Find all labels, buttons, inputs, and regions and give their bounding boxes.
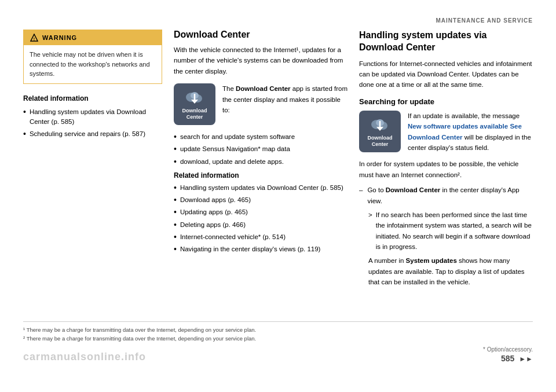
list-item: Internet-connected vehicle* (p. 514) <box>174 232 348 242</box>
middle-app-desc: The Download Center app is started from … <box>222 83 348 115</box>
right-search-text: If an update is available, the message N… <box>408 111 533 153</box>
middle-related-list: Handling system updates via Download Cen… <box>174 183 348 255</box>
footer: ¹ There may be a charge for transmitting… <box>23 321 533 363</box>
main-content: ! WARNING The vehicle may not be driven … <box>23 30 533 316</box>
page-bottom: carmanualsonline.info * Option/accessory… <box>23 346 533 363</box>
dash-symbol: – <box>359 185 363 195</box>
app-icon-label-right: Download Center <box>368 135 393 148</box>
warning-body: The vehicle may not be driven when it is… <box>24 45 162 83</box>
app-icon-label-mid: Download Center <box>182 108 207 120</box>
right-bottom-note: In order for system updates to be possib… <box>359 159 533 180</box>
list-item: update Sensus Navigation* map data <box>174 144 348 154</box>
search-subtitle: Searching for update <box>359 97 533 106</box>
right-arrow-item: > If no search has been performed since … <box>359 210 533 252</box>
right-intro: Functions for Internet-connected vehicle… <box>359 58 533 90</box>
warning-triangle-icon: ! <box>30 34 38 42</box>
footnotes: ¹ There may be a charge for transmitting… <box>23 325 533 343</box>
cloud-download-icon-right <box>369 115 391 133</box>
right-section-title: Handling system updates via Download Cen… <box>359 30 533 54</box>
page-number-area: * Option/accessory. 585 ►► <box>483 346 533 363</box>
right-search-block: Download Center If an update is availabl… <box>359 111 533 153</box>
list-item: Deleting apps (p. 466) <box>174 220 348 230</box>
warning-header: ! WARNING <box>24 30 162 45</box>
page-header: MAINTENANCE AND SERVICE <box>23 17 533 24</box>
footnote-2: ² There may be a charge for transmitting… <box>23 334 533 343</box>
list-item: Download apps (p. 465) <box>174 195 348 205</box>
warning-box: ! WARNING The vehicle may not be driven … <box>23 30 162 84</box>
list-item: Updating apps (p. 465) <box>174 207 348 217</box>
middle-intro: With the vehicle connected to the Intern… <box>174 45 348 76</box>
right-column: Handling system updates via Download Cen… <box>359 30 533 316</box>
nav-arrow-icon: ►► <box>519 355 533 363</box>
list-item: download, update and delete apps. <box>174 157 348 167</box>
page: MAINTENANCE AND SERVICE ! WARNING The ve… <box>0 0 556 392</box>
list-item-text: Scheduling service and repairs (p. 587) <box>30 129 145 139</box>
left-related-info: Related information Handling system upda… <box>23 94 162 140</box>
list-item: search for and update system software <box>174 132 348 142</box>
cloud-download-icon <box>184 88 206 105</box>
arrow-symbol: > <box>368 210 372 220</box>
arrow-item-text: If no search has been performed since th… <box>376 210 533 252</box>
watermark: carmanualsonline.info <box>23 351 146 363</box>
list-item: Handling system updates via Download Cen… <box>174 183 348 193</box>
footnote-1: ¹ There may be a charge for transmitting… <box>23 325 533 334</box>
left-related-info-list: Handling system updates via Download Cen… <box>23 107 162 140</box>
list-item: Handling system updates via Download Cen… <box>23 107 162 127</box>
dash-item-text: Go to Download Center in the center disp… <box>367 185 533 206</box>
list-item: Scheduling service and repairs (p. 587) <box>23 129 162 139</box>
warning-label: WARNING <box>42 34 77 41</box>
option-accessory: * Option/accessory. <box>483 346 533 353</box>
download-center-icon-mid: Download Center <box>174 83 215 125</box>
svg-text:!: ! <box>34 37 35 41</box>
warning-icon: ! <box>30 33 39 42</box>
download-center-icon-right: Download Center <box>359 111 401 152</box>
list-item-text: Handling system updates via Download Cen… <box>30 107 162 127</box>
left-related-info-title: Related information <box>23 94 162 102</box>
header-label: MAINTENANCE AND SERVICE <box>436 17 533 24</box>
middle-app-block: Download Center The Download Center app … <box>174 83 348 125</box>
middle-bullets: search for and update system software up… <box>174 132 348 167</box>
middle-related-title: Related information <box>174 171 348 179</box>
list-item: Navigating in the center display's views… <box>174 244 348 254</box>
right-system-updates-note: A number in System updates shows how man… <box>359 255 533 287</box>
left-column: ! WARNING The vehicle may not be driven … <box>23 30 174 316</box>
middle-section-title: Download Center <box>174 30 348 40</box>
middle-column: Download Center With the vehicle connect… <box>174 30 359 316</box>
right-dash-item: – Go to Download Center in the center di… <box>359 185 533 206</box>
page-number: 585 ►► <box>501 354 533 363</box>
